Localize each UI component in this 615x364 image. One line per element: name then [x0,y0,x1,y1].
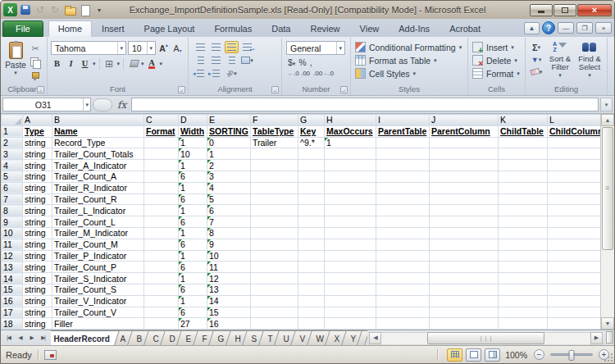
vertical-scrollbar[interactable]: ▲ ▼ [600,114,614,330]
cell-G15[interactable] [298,284,325,295]
cell-J16[interactable] [430,295,499,307]
cell-L11[interactable] [548,239,604,250]
cell-L9[interactable] [548,216,604,228]
cell-B13[interactable]: Trailer_Count_P [52,262,144,273]
shrink-font-button[interactable]: A [171,42,184,54]
column-header-H[interactable]: H [325,115,376,126]
align-center-button[interactable] [209,54,223,66]
workbook-restore-button[interactable]: ❐ [576,22,593,34]
cell-A4[interactable]: string [23,160,52,171]
help-button[interactable]: ? [542,21,555,34]
cell-H11[interactable] [325,239,376,250]
borders-button[interactable] [103,57,116,70]
cell-C2[interactable] [144,137,179,148]
next-sheet-button[interactable]: ▶ [26,333,37,344]
number-dialog-launcher[interactable] [340,86,348,93]
cell-L1[interactable]: ChildColumn [548,125,604,137]
cell-I13[interactable] [376,262,430,273]
cell-I7[interactable] [376,193,430,205]
cell-C16[interactable] [144,295,179,307]
cell-K3[interactable] [499,148,548,160]
tab-page-layout[interactable]: Page Layout [134,20,205,37]
cell-styles-button[interactable]: Cell Styles▾ [355,68,466,79]
cell-H15[interactable] [325,284,376,295]
column-header-D[interactable]: D [179,115,207,126]
tab-review[interactable]: Review [300,20,349,37]
cell-J8[interactable] [430,205,499,216]
cell-B12[interactable]: Trailer_P_Indicator [52,250,144,262]
row-header-11[interactable]: 11 [2,239,23,250]
format-painter-button[interactable] [28,71,43,82]
cell-G18[interactable] [298,318,325,330]
cell-F9[interactable] [251,216,298,228]
column-header-F[interactable]: F [251,115,298,126]
cell-H16[interactable] [325,295,376,307]
fill-button[interactable]: ▼▾ [529,54,544,65]
column-header-L[interactable]: L [548,115,604,126]
insert-button[interactable]: Insert▾ [472,42,523,52]
font-color-dropdown-icon[interactable]: ▾ [160,61,163,67]
cell-C10[interactable] [144,227,179,239]
copy-button[interactable] [28,57,43,68]
decrease-indent-button[interactable] [194,67,207,80]
cell-L10[interactable] [548,227,604,239]
cell-E4[interactable]: 2 [207,160,251,171]
zoom-slider[interactable] [550,353,593,356]
borders-dropdown-icon[interactable]: ▾ [117,61,121,67]
column-header-A[interactable]: A [23,115,52,126]
cell-G13[interactable] [298,262,325,273]
clipboard-dialog-launcher[interactable] [37,86,44,93]
cell-E10[interactable]: 8 [207,227,251,239]
formula-input[interactable] [131,98,599,111]
cell-L3[interactable] [548,148,604,160]
normal-view-button[interactable] [447,348,462,362]
cell-C7[interactable] [144,193,179,205]
cell-K4[interactable] [499,160,548,171]
cell-E5[interactable]: 3 [207,171,251,182]
cell-D6[interactable]: 1 [179,182,207,193]
cell-B5[interactable]: Trailer_Count_A [52,171,144,182]
cell-H8[interactable] [325,205,376,216]
cell-I3[interactable] [376,148,430,160]
cell-B1[interactable]: Name [52,125,144,137]
cell-A8[interactable]: string [23,205,52,216]
tab-view[interactable]: View [350,20,390,37]
cell-K14[interactable] [499,273,548,284]
cell-D4[interactable]: 1 [179,160,207,171]
wrap-text-button[interactable] [240,41,254,53]
accounting-format-button[interactable]: $▾ [288,57,295,67]
font-size-combo[interactable]: 10▾ [128,41,156,55]
cell-B4[interactable]: Trailer_A_Indicator [52,160,144,171]
row-header-15[interactable]: 15 [2,284,23,295]
font-color-button[interactable]: A [146,57,158,70]
row-header-12[interactable]: 12 [2,250,23,262]
zoom-out-button[interactable]: − [534,349,544,360]
decrease-decimal-button[interactable]: .00→.0 [313,70,334,77]
name-box[interactable]: O31 ▾ [2,98,91,111]
cell-D17[interactable]: 6 [179,307,207,318]
cell-B2[interactable]: Record_Type [52,137,144,148]
vertical-scroll-track[interactable] [601,251,614,317]
cell-G5[interactable] [298,171,325,182]
cell-B8[interactable]: Trailer_L_Indicator [52,205,144,216]
cell-I16[interactable] [376,295,430,307]
save-button[interactable] [19,3,32,16]
row-header-5[interactable]: 5 [2,171,23,182]
cell-L13[interactable] [548,262,604,273]
new-button[interactable] [78,3,91,16]
cell-D15[interactable]: 6 [179,284,207,295]
cell-L16[interactable] [548,295,604,307]
zoom-slider-thumb[interactable] [569,350,575,361]
tab-home[interactable]: Home [48,20,92,37]
cell-B15[interactable]: Trailer_Count_S [52,284,144,295]
cell-J4[interactable] [430,160,499,171]
cell-J10[interactable] [430,227,499,239]
find-select-button[interactable]: Find & Select▾ [575,39,604,84]
open-button[interactable] [63,3,76,16]
cell-I15[interactable] [376,284,430,295]
first-sheet-button[interactable]: |◀ [3,333,14,344]
cell-E3[interactable]: 1 [207,148,251,160]
cell-G17[interactable] [298,307,325,318]
cell-C9[interactable] [144,216,179,228]
cell-E2[interactable]: 0 [207,137,251,148]
